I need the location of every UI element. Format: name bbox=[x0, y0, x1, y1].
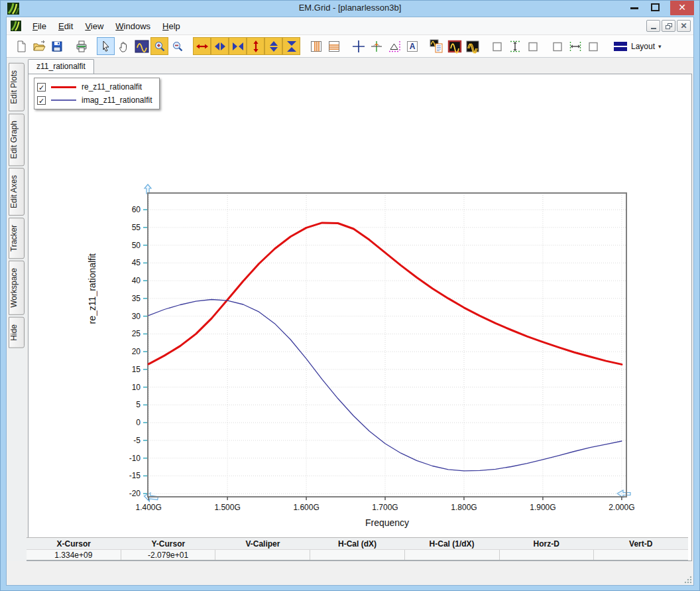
title-bar[interactable]: EM.Grid - [planarlesson3b] ✕ bbox=[1, 1, 699, 17]
new-file-button[interactable] bbox=[12, 37, 30, 55]
toolbar: A Layout ▾ bbox=[7, 35, 693, 58]
text-annotation-button[interactable]: A bbox=[403, 37, 421, 55]
pan-tool-button[interactable] bbox=[115, 37, 133, 55]
menu-view[interactable]: View bbox=[79, 19, 109, 34]
open-file-button[interactable] bbox=[30, 37, 48, 55]
menu-windows[interactable]: Windows bbox=[109, 19, 156, 34]
select-tool-button[interactable] bbox=[97, 37, 115, 55]
zoom-in-button[interactable] bbox=[150, 37, 168, 55]
fit-x-in-button[interactable] bbox=[229, 37, 247, 55]
window-frame: FileEditViewWindowsHelp ✕ bbox=[6, 17, 694, 586]
tracker-cursor-button[interactable] bbox=[367, 37, 385, 55]
legend-checkbox[interactable]: ✓ bbox=[37, 83, 46, 92]
menu-help[interactable]: Help bbox=[156, 19, 186, 34]
print-button[interactable] bbox=[72, 37, 90, 55]
menu-edit[interactable]: Edit bbox=[52, 19, 79, 34]
svg-text:A: A bbox=[409, 42, 415, 51]
sidebar: Edit PlotsEdit GraphEdit AxesTrackerWork… bbox=[7, 58, 27, 561]
status-col-value: 1.334e+09 bbox=[27, 550, 121, 560]
sidebar-tab-edit-plots[interactable]: Edit Plots bbox=[9, 63, 25, 111]
menu-bar: FileEditViewWindowsHelp ✕ bbox=[7, 17, 693, 35]
fit-y-out-button[interactable] bbox=[264, 37, 282, 55]
document-panel: z11_rationalfit ✓re_z11_rationalfit✓imag… bbox=[27, 58, 692, 561]
status-header-row: X-CursorY-CursorV-CaliperH-Cal (dX)H-Cal… bbox=[27, 538, 688, 550]
sidebar-tab-edit-axes[interactable]: Edit Axes bbox=[9, 168, 25, 216]
expand-y-button[interactable] bbox=[247, 37, 264, 55]
legend-entry: ✓re_z11_rationalfit bbox=[37, 80, 152, 94]
legend-checkbox[interactable]: ✓ bbox=[37, 96, 46, 105]
y-tick-label: 40 bbox=[132, 276, 141, 285]
app-logo-small-icon bbox=[11, 21, 21, 31]
status-col-header: V-Caliper bbox=[215, 538, 310, 549]
mdi-close-button[interactable]: ✕ bbox=[677, 20, 691, 32]
fit-x-out-button[interactable] bbox=[211, 37, 229, 55]
overlay-plots-button[interactable] bbox=[463, 37, 481, 55]
status-col-header: H-Cal (1/dX) bbox=[404, 538, 499, 549]
sidebar-tab-hide[interactable]: Hide bbox=[9, 317, 25, 348]
y-tick-label: 25 bbox=[132, 329, 141, 338]
x-tick-label: 1.600G bbox=[293, 503, 319, 512]
x-tick-label: 1.800G bbox=[451, 503, 477, 512]
crosshair-button[interactable] bbox=[349, 37, 367, 55]
y-tick-label: 0 bbox=[136, 418, 141, 427]
zoom-out-button[interactable] bbox=[168, 37, 186, 55]
y-tick-label: 45 bbox=[132, 258, 141, 267]
maximize-button[interactable] bbox=[651, 3, 660, 11]
app-window: EM.Grid - [planarlesson3b] ✕ FileEditVie… bbox=[0, 0, 700, 591]
minimize-button[interactable] bbox=[630, 7, 638, 9]
status-value-row: 1.334e+09-2.079e+01 bbox=[27, 550, 688, 561]
y-tick-label: 10 bbox=[132, 383, 141, 392]
status-col-value bbox=[215, 550, 310, 560]
x-tick-label: 1.900G bbox=[530, 503, 555, 512]
layout-menu-button[interactable]: Layout ▾ bbox=[609, 38, 666, 54]
x-tick-label: 1.700G bbox=[372, 503, 398, 512]
status-col-value bbox=[500, 550, 595, 560]
y-tick-label: -20 bbox=[129, 489, 141, 498]
status-col-value bbox=[405, 550, 500, 560]
marker-box-button[interactable] bbox=[524, 37, 542, 55]
vertical-markers-button[interactable] bbox=[307, 37, 325, 55]
sidebar-tab-edit-graph[interactable]: Edit Graph bbox=[9, 113, 25, 166]
align-horizontal-button[interactable] bbox=[566, 37, 584, 55]
legend-box[interactable]: ✓re_z11_rationalfit✓imag_z11_rationalfit bbox=[34, 78, 160, 109]
plot-canvas[interactable]: -20-15-10-50510152025303540455055601.400… bbox=[76, 182, 640, 533]
legend-entry: ✓imag_z11_rationalfit bbox=[37, 94, 152, 107]
save-button[interactable] bbox=[48, 37, 66, 55]
sidebar-tab-tracker[interactable]: Tracker bbox=[9, 218, 25, 259]
menu-file[interactable]: File bbox=[27, 19, 52, 34]
plot-panel[interactable]: ✓re_z11_rationalfit✓imag_z11_rationalfit… bbox=[28, 74, 692, 561]
cursor-status-table: X-CursorY-CursorV-CaliperH-Cal (dX)H-Cal… bbox=[27, 537, 688, 561]
status-col-header: Y-Cursor bbox=[121, 538, 216, 549]
y-tick-label: 50 bbox=[132, 241, 141, 250]
y-tick-label: -15 bbox=[129, 471, 141, 480]
y-tick-label: 15 bbox=[132, 365, 141, 374]
status-col-header: Horz-D bbox=[499, 538, 594, 549]
close-button[interactable]: ✕ bbox=[670, 1, 694, 15]
plot-frame-button[interactable] bbox=[445, 37, 463, 55]
sidebar-tab-workspace[interactable]: Workspace bbox=[9, 261, 25, 315]
resize-grip[interactable] bbox=[684, 576, 692, 584]
menu-items: FileEditViewWindowsHelp bbox=[27, 19, 186, 34]
marker-box-button[interactable] bbox=[488, 37, 506, 55]
expand-x-button[interactable] bbox=[193, 37, 211, 55]
marker-box-button[interactable] bbox=[584, 37, 602, 55]
fit-y-in-button[interactable] bbox=[282, 37, 300, 55]
horizontal-markers-button[interactable] bbox=[325, 37, 343, 55]
copy-plot-button[interactable] bbox=[428, 37, 445, 55]
y-tick-label: -5 bbox=[133, 436, 141, 445]
tab-z11-rationalfit[interactable]: z11_rationalfit bbox=[28, 59, 94, 74]
layout-icon bbox=[613, 41, 628, 52]
zoom-region-button[interactable] bbox=[133, 37, 150, 55]
legend-line-sample bbox=[51, 86, 76, 88]
marker-box-button[interactable] bbox=[548, 37, 566, 55]
mdi-minimize-button[interactable] bbox=[646, 20, 660, 32]
chevron-down-icon: ▾ bbox=[658, 43, 662, 50]
y-tick-label: 35 bbox=[132, 294, 141, 303]
caliper-triangle-button[interactable] bbox=[385, 37, 403, 55]
status-strip bbox=[7, 566, 693, 585]
axis-marker-top-icon bbox=[145, 184, 151, 194]
mdi-restore-button[interactable] bbox=[662, 20, 675, 32]
align-vertical-button[interactable] bbox=[506, 37, 524, 55]
main-area: Edit PlotsEdit GraphEdit AxesTrackerWork… bbox=[7, 58, 693, 561]
mdi-window-controls: ✕ bbox=[646, 20, 691, 32]
